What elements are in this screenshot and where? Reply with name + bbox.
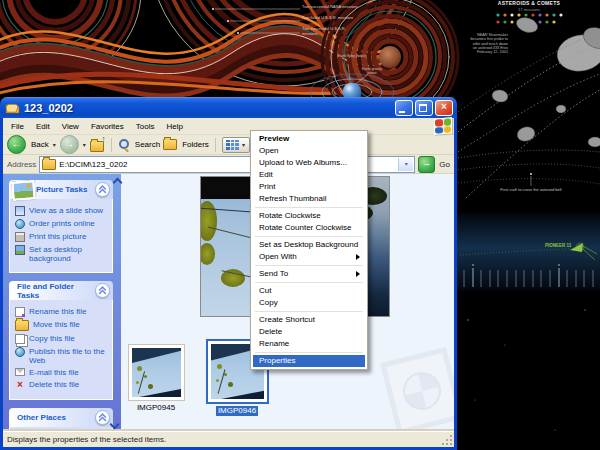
- panel-title: File and Folder Tasks: [17, 282, 95, 300]
- task-label: Publish this file to the Web: [29, 347, 109, 365]
- task-label: Order prints online: [29, 219, 109, 228]
- collapse-button[interactable]: [95, 410, 110, 425]
- file-imgp0945[interactable]: IMGP0945: [127, 344, 185, 413]
- desktop: ASTEROIDS & COMETS 17 missions Two succe…: [0, 0, 600, 450]
- context-menu-item-open-with[interactable]: Open With: [253, 251, 365, 263]
- context-menu-item-delete[interactable]: Delete: [253, 326, 365, 338]
- task-order-prints-online[interactable]: Order prints online: [15, 219, 109, 229]
- folder-icon: [42, 159, 56, 170]
- context-menu-item-open[interactable]: Open: [253, 145, 365, 157]
- window-title: 123_0202: [24, 102, 393, 114]
- panel-picture-tasks-header[interactable]: Picture Tasks: [9, 180, 113, 199]
- panel-file-folder-tasks: File and Folder Tasks Rename this file M…: [9, 281, 113, 400]
- file-name-label[interactable]: IMGP0945: [135, 403, 177, 413]
- titlebar[interactable]: 123_0202 ×: [0, 97, 457, 118]
- menu-separator: [255, 265, 363, 266]
- print-icon: [15, 232, 25, 242]
- task-label: View as a slide show: [29, 206, 109, 215]
- address-dropdown-button[interactable]: ▾: [398, 158, 413, 171]
- task-delete-this-file[interactable]: ×Delete this file: [15, 380, 109, 390]
- context-menu-item-rotate-counter-clockwise[interactable]: Rotate Counter Clockwise: [253, 222, 365, 234]
- context-menu-item-preview[interactable]: Preview: [253, 133, 365, 145]
- task-publish-this-file[interactable]: Publish this file to the Web: [15, 347, 109, 365]
- close-button[interactable]: ×: [435, 100, 453, 116]
- toolbar-separator: [215, 138, 216, 152]
- picture-folder-watermark-icon: [380, 347, 454, 431]
- thumbnail-frame: [128, 344, 185, 401]
- task-move-this-file[interactable]: Move this file: [15, 320, 109, 331]
- up-arrow-icon: ↑: [101, 134, 106, 144]
- panel-file-folder-tasks-header[interactable]: File and Folder Tasks: [9, 281, 113, 300]
- menu-separator: [255, 282, 363, 283]
- folder-open-icon: [5, 101, 20, 114]
- menu-favorites[interactable]: Favorites: [85, 120, 130, 133]
- status-bar: Displays the properties of the selected …: [3, 431, 454, 447]
- task-label: Rename this file: [29, 307, 109, 316]
- task-copy-this-file[interactable]: Copy this file: [15, 334, 109, 344]
- context-menu-item-edit[interactable]: Edit: [253, 169, 365, 181]
- context-menu-item-cut[interactable]: Cut: [253, 285, 365, 297]
- context-menu-item-upload-web-albums[interactable]: Upload to Web Albums...: [253, 157, 365, 169]
- context-menu: Preview Open Upload to Web Albums... Edi…: [250, 130, 368, 370]
- task-view-as-slideshow[interactable]: View as a slide show: [15, 206, 109, 216]
- forward-button[interactable]: →: [60, 135, 79, 154]
- panel-other-places-header[interactable]: Other Places: [9, 408, 113, 427]
- context-menu-item-rename[interactable]: Rename: [253, 338, 365, 350]
- context-menu-item-set-as-desktop-background[interactable]: Set as Desktop Background: [253, 239, 365, 251]
- back-label[interactable]: Back: [31, 140, 49, 149]
- search-icon[interactable]: [118, 139, 130, 151]
- resize-grip[interactable]: [442, 435, 452, 445]
- chevron-up-icon: [98, 185, 107, 194]
- task-rename-this-file[interactable]: Rename this file: [15, 307, 109, 317]
- folders-label[interactable]: Folders: [182, 140, 209, 149]
- context-menu-item-send-to[interactable]: Send To: [253, 268, 365, 280]
- up-button[interactable]: ↑: [90, 137, 105, 152]
- forward-dropdown-icon[interactable]: ▾: [83, 141, 86, 148]
- context-menu-item-properties[interactable]: Properties: [253, 355, 365, 367]
- task-print-this-picture[interactable]: Print this picture: [15, 232, 109, 242]
- picture-tasks-icon: [11, 180, 35, 201]
- menu-view[interactable]: View: [56, 120, 85, 133]
- explorer-window: 123_0202 × File Edit View Favorites Tool…: [0, 97, 457, 450]
- context-menu-item-create-shortcut[interactable]: Create Shortcut: [253, 314, 365, 326]
- wallpaper-mission-note-3: Two successful U.S.S.R. missions: [302, 27, 360, 36]
- folders-icon[interactable]: [163, 139, 177, 150]
- task-label: Set as desktop background: [29, 245, 109, 263]
- task-set-as-desktop-background[interactable]: Set as desktop background: [15, 245, 109, 263]
- search-label[interactable]: Search: [135, 140, 160, 149]
- chevron-down-icon: ▾: [242, 141, 245, 148]
- go-label[interactable]: Go: [439, 160, 450, 169]
- context-menu-item-refresh-thumbnail[interactable]: Refresh Thumbnail: [253, 193, 365, 205]
- context-menu-item-print[interactable]: Print: [253, 181, 365, 193]
- chevron-up-icon: [98, 413, 107, 422]
- context-menu-item-rotate-clockwise[interactable]: Rotate Clockwise: [253, 210, 365, 222]
- menu-edit[interactable]: Edit: [30, 120, 56, 133]
- back-dropdown-icon[interactable]: ▾: [53, 141, 56, 148]
- wallpaper-mission-note-1: Two successful NASA missions: [302, 5, 360, 10]
- go-button[interactable]: →: [418, 156, 435, 173]
- collapse-button[interactable]: [95, 283, 110, 298]
- panel-body: View as a slide show Order prints online…: [9, 199, 113, 273]
- views-button[interactable]: ▾: [222, 137, 250, 153]
- minimize-button[interactable]: [395, 100, 413, 116]
- panel-body: Rename this file Move this file Copy thi…: [9, 300, 113, 400]
- email-icon: [15, 368, 25, 376]
- menu-tools[interactable]: Tools: [130, 120, 161, 133]
- desktop-background-icon: [15, 245, 25, 255]
- back-button[interactable]: ←: [7, 135, 26, 154]
- task-label: E-mail this file: [29, 368, 109, 377]
- thumbnail-image[interactable]: [132, 348, 181, 397]
- maximize-button[interactable]: [415, 100, 433, 116]
- task-email-this-file[interactable]: E-mail this file: [15, 368, 109, 377]
- window-main: Picture Tasks View as a slide show Order…: [3, 174, 454, 431]
- rename-icon: [15, 307, 25, 317]
- file-name-label-selected[interactable]: IMGP0946: [216, 406, 258, 416]
- menu-separator: [255, 207, 363, 208]
- publish-icon: [15, 347, 25, 357]
- menu-help[interactable]: Help: [160, 120, 188, 133]
- menu-file[interactable]: File: [5, 120, 30, 133]
- collapse-button[interactable]: [95, 182, 110, 197]
- context-menu-item-copy[interactable]: Copy: [253, 297, 365, 309]
- menu-separator: [255, 311, 363, 312]
- menu-separator: [255, 352, 363, 353]
